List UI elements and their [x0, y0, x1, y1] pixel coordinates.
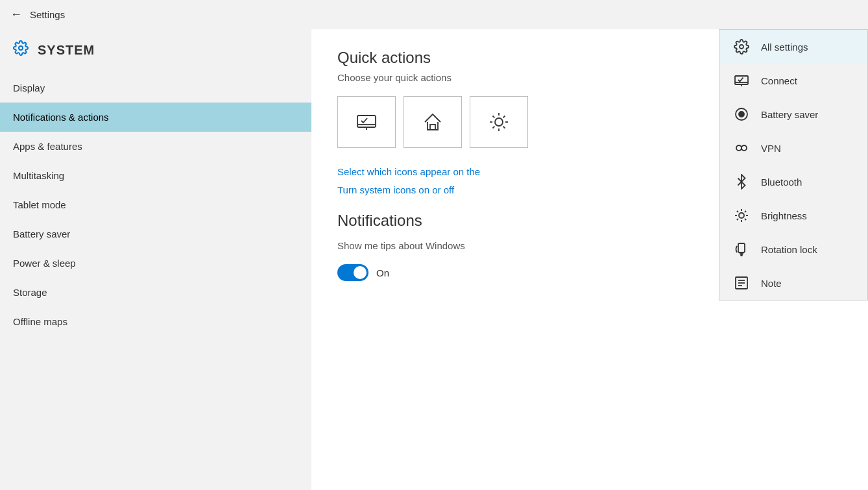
sidebar: SYSTEM Display Notifications & actions A…	[0, 29, 311, 490]
svg-point-15	[740, 45, 743, 49]
bluetooth-icon	[732, 174, 751, 190]
connect-label: Connect	[761, 75, 797, 86]
sidebar-nav: Display Notifications & actions Apps & f…	[0, 73, 311, 336]
dropdown-item-brightness[interactable]: Brightness	[719, 199, 867, 232]
dropdown-item-note[interactable]: Note	[719, 266, 867, 300]
svg-line-31	[745, 219, 746, 220]
sidebar-item-notifications[interactable]: Notifications & actions	[0, 103, 311, 132]
dropdown-item-rotation-lock[interactable]: Rotation lock	[719, 232, 867, 266]
sidebar-item-power[interactable]: Power & sleep	[0, 249, 311, 278]
svg-point-36	[741, 254, 742, 256]
svg-line-12	[503, 127, 505, 129]
battery-saver-label: Battery saver	[761, 109, 818, 120]
svg-line-14	[493, 127, 495, 129]
dropdown-item-battery-saver[interactable]: Battery saver	[719, 97, 867, 131]
svg-point-0	[19, 46, 23, 50]
svg-rect-1	[357, 116, 376, 127]
quick-icon-home[interactable]	[404, 96, 462, 148]
all-settings-label: All settings	[761, 42, 808, 53]
note-label: Note	[761, 278, 782, 289]
dropdown-panel: All settings Connect	[719, 29, 868, 300]
sidebar-item-battery[interactable]: Battery saver	[0, 219, 311, 249]
title-bar: ← Settings	[0, 0, 868, 29]
main-layout: SYSTEM Display Notifications & actions A…	[0, 29, 868, 490]
dropdown-item-all-settings[interactable]: All settings	[719, 30, 867, 64]
svg-line-11	[493, 116, 495, 118]
brightness-icon	[732, 208, 751, 223]
rotation-lock-label: Rotation lock	[761, 244, 817, 255]
system-gear-icon	[13, 40, 29, 60]
rotation-lock-icon	[732, 241, 751, 257]
dropdown-item-bluetooth[interactable]: Bluetooth	[719, 165, 867, 199]
brightness-label: Brightness	[761, 210, 807, 221]
svg-line-30	[737, 211, 738, 212]
sidebar-item-storage[interactable]: Storage	[0, 278, 311, 307]
svg-rect-34	[738, 243, 745, 252]
dropdown-item-connect[interactable]: Connect	[719, 64, 867, 97]
system-icons-link[interactable]: Turn system icons on or off	[337, 184, 454, 195]
sidebar-item-offline[interactable]: Offline maps	[0, 307, 311, 336]
all-settings-icon	[732, 39, 751, 55]
notifications-toggle[interactable]	[337, 264, 368, 281]
toggle-knob	[354, 266, 367, 279]
svg-point-21	[739, 112, 744, 117]
sidebar-item-apps[interactable]: Apps & features	[0, 132, 311, 161]
quick-icon-brightness[interactable]	[470, 96, 528, 148]
bluetooth-label: Bluetooth	[761, 177, 802, 188]
note-icon	[732, 275, 751, 291]
svg-line-33	[737, 219, 738, 220]
sidebar-item-tablet[interactable]: Tablet mode	[0, 190, 311, 219]
svg-point-23	[736, 145, 741, 151]
sidebar-header: SYSTEM	[0, 29, 311, 73]
battery-saver-icon	[732, 106, 751, 122]
svg-line-13	[503, 116, 505, 118]
dropdown-item-vpn[interactable]: VPN	[719, 131, 867, 165]
sidebar-item-display[interactable]: Display	[0, 73, 311, 103]
app-title: Settings	[30, 9, 65, 20]
content-area: Quick actions Choose your quick actions	[311, 29, 868, 490]
toggle-on-label: On	[376, 267, 389, 278]
svg-point-25	[739, 213, 744, 218]
vpn-icon	[732, 140, 751, 156]
svg-line-32	[745, 211, 746, 212]
svg-point-24	[741, 145, 747, 151]
svg-rect-5	[430, 125, 435, 130]
back-button[interactable]: ←	[10, 8, 22, 21]
quick-icon-connect[interactable]	[337, 96, 396, 148]
select-icons-link[interactable]: Select which icons appear on the	[337, 166, 480, 177]
system-label: SYSTEM	[38, 43, 95, 58]
sidebar-item-multitasking[interactable]: Multitasking	[0, 161, 311, 190]
vpn-label: VPN	[761, 143, 781, 154]
connect-icon	[732, 73, 751, 88]
svg-point-6	[495, 118, 503, 126]
